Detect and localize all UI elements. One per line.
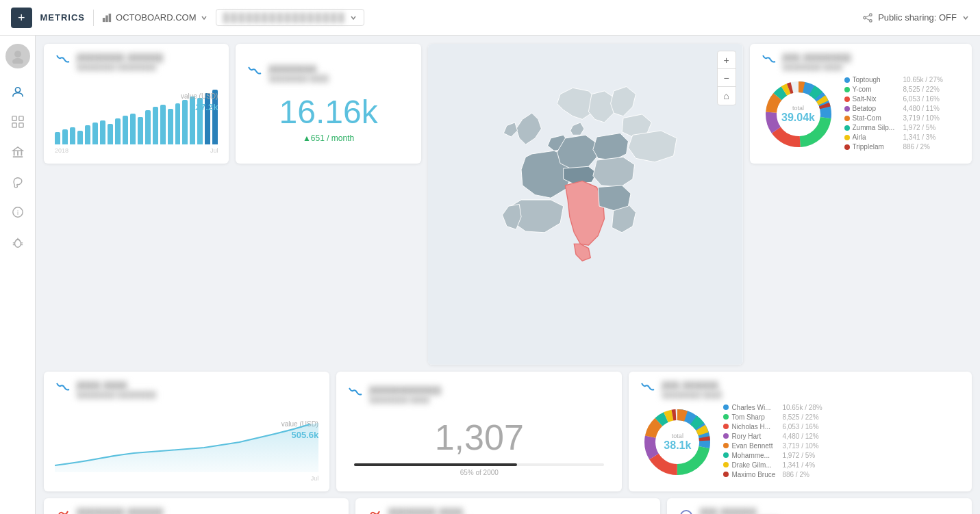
sidebar-icon-user[interactable] xyxy=(5,79,30,104)
sidebar-icon-dashboard[interactable] xyxy=(5,110,30,134)
card4bot-subtitle: ████████ ████ xyxy=(662,391,722,398)
legend-item: Charles Wi... 10.65k / 28% xyxy=(723,404,961,411)
card5-icon xyxy=(55,381,71,398)
svg-rect-16 xyxy=(13,151,14,155)
card1-chart: value (USD) 127.2k 2018Jul xyxy=(55,90,218,154)
legend-dot xyxy=(844,87,850,92)
donut-top-value: 39.04k xyxy=(781,112,815,124)
legend-dot xyxy=(844,77,850,83)
legend-val: 6,053 / 16% xyxy=(903,95,940,103)
divider xyxy=(93,10,94,26)
map-zoom-out[interactable]: − xyxy=(718,69,736,87)
legend-name: Evan Bennett xyxy=(731,442,779,450)
legend-val: 3,719 / 10% xyxy=(782,442,818,450)
card2-big-number: 16.16k xyxy=(247,93,410,131)
donut-bottom-center: total 38.1k xyxy=(664,433,691,452)
svg-text:i: i xyxy=(17,209,18,216)
svg-marker-15 xyxy=(12,147,22,151)
legend-dot xyxy=(723,462,729,467)
bottom1-header: ████████ ██████ ████████ ████████ xyxy=(55,508,338,514)
svg-rect-14 xyxy=(18,123,23,127)
legend-val: 1,972 / 5% xyxy=(903,124,936,131)
legend-dot xyxy=(723,424,729,429)
legend-item: Stat-Com 3,719 / 10% xyxy=(844,114,962,122)
legend-dot xyxy=(723,433,729,439)
map-controls: + − ⌂ xyxy=(717,51,736,105)
svg-rect-0 xyxy=(103,18,105,22)
map-zoom-in[interactable]: + xyxy=(718,51,736,69)
legend-val: 6,053 / 16% xyxy=(782,423,818,431)
card-revenue-line: ███ ██████ ████████ ████████ revenue USD… xyxy=(667,498,972,514)
bar-item xyxy=(92,123,98,144)
progress-bar xyxy=(354,463,516,466)
bar-item xyxy=(115,118,121,144)
sidebar-icon-bug[interactable] xyxy=(5,230,30,255)
legend-dot xyxy=(844,125,850,131)
bottom3-title: ███ ██████ xyxy=(700,508,779,514)
donut-bottom-row: total 38.1k Charles Wi... 10.65k / 28% T… xyxy=(640,404,961,480)
legend-item: Evan Bennett 3,719 / 10% xyxy=(723,442,961,450)
card2-icon xyxy=(247,65,263,81)
legend-item: Airla 1,341 / 3% xyxy=(844,133,962,141)
legend-item: Toptough 10.65k / 27% xyxy=(844,76,962,83)
org-selector[interactable]: OCTOBOARD.COM xyxy=(102,12,208,23)
card1-subtitle: ████████ ████████ xyxy=(77,63,164,70)
board-name: ████████████████ xyxy=(223,12,346,23)
legend-val: 1,341 / 3% xyxy=(903,133,936,141)
legend-dot xyxy=(723,443,729,448)
legend-val: 8,525 / 22% xyxy=(903,86,940,93)
card-revenue-bar: ████████ ██████ ████████ ████████ value … xyxy=(44,44,229,164)
svg-line-6 xyxy=(866,15,870,17)
svg-point-47 xyxy=(681,511,692,514)
svg-rect-13 xyxy=(12,123,16,127)
bar-item xyxy=(85,125,90,144)
svg-point-9 xyxy=(12,58,23,64)
bar-item xyxy=(153,107,158,144)
svg-rect-2 xyxy=(109,13,112,21)
card1-icon xyxy=(55,53,71,70)
share-icon xyxy=(863,13,872,23)
legend-dot xyxy=(844,116,850,121)
legend-val: 10.65k / 28% xyxy=(782,404,822,411)
legend-item: Tom Sharp 8,525 / 22% xyxy=(723,413,961,421)
svg-rect-11 xyxy=(12,116,16,120)
card5-header: ████ ████ ████████ ████████ xyxy=(55,381,318,398)
add-button[interactable]: + xyxy=(11,8,32,28)
card2-header: ████████ ████████ ████ xyxy=(247,65,410,82)
sidebar-icon-paint[interactable] xyxy=(5,170,30,194)
card5-title: ████ ████ xyxy=(77,381,156,389)
card-line: ████ ████ ████████ ████████ value (USD) … xyxy=(44,372,329,491)
legend-dot xyxy=(723,414,729,420)
donut-top-center: total 39.04k xyxy=(781,105,815,124)
bottom1-title: ████████ ██████ xyxy=(77,508,164,514)
bar-item xyxy=(168,109,173,144)
legend-item: Betatop 4,480 / 11% xyxy=(844,105,962,112)
card2-title: ████████ xyxy=(268,65,329,73)
svg-point-5 xyxy=(870,19,872,22)
card1-title: ████████ ██████ xyxy=(77,53,164,62)
sidebar-icon-info[interactable]: i xyxy=(5,200,30,224)
sharing-control[interactable]: Public sharing: OFF xyxy=(863,12,969,23)
legend-item: Rory Hart 4,480 / 12% xyxy=(723,433,961,440)
svg-point-8 xyxy=(14,51,21,57)
legend-item: Maximo Bruce 886 / 2% xyxy=(723,471,961,478)
card2-sub: ▲651 / month xyxy=(247,133,410,143)
legend-dot xyxy=(844,97,850,102)
sidebar-icon-bank[interactable] xyxy=(5,140,30,164)
legend-name: Rory Hart xyxy=(731,433,779,440)
legend-val: 886 / 2% xyxy=(782,471,809,478)
map-home[interactable]: ⌂ xyxy=(718,87,736,105)
metrics-label: METRICS xyxy=(40,12,86,23)
card5-chart: value (USD) 505.6k xyxy=(55,417,318,482)
card1-label: value (USD) xyxy=(181,92,218,100)
board-selector[interactable]: ████████████████ xyxy=(216,9,364,26)
donut-top-chart: total 39.04k xyxy=(761,77,836,152)
legend-item: Tripplelam 886 / 2% xyxy=(844,143,962,151)
bar-item xyxy=(123,116,128,144)
board-chevron-icon xyxy=(350,14,357,21)
europe-map xyxy=(428,44,743,365)
bar-item xyxy=(160,105,166,144)
topbar: + METRICS OCTOBOARD.COM ████████████████… xyxy=(0,0,980,36)
line-svg xyxy=(55,417,318,472)
card5-line-chart xyxy=(55,417,318,472)
